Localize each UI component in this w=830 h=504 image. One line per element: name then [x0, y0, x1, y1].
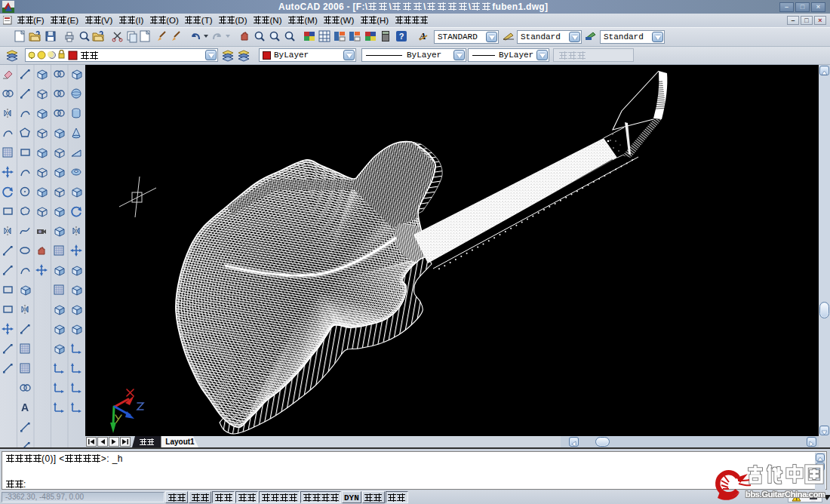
svg-text:bbs.GuitarChina.com: bbs.GuitarChina.com	[745, 490, 825, 499]
